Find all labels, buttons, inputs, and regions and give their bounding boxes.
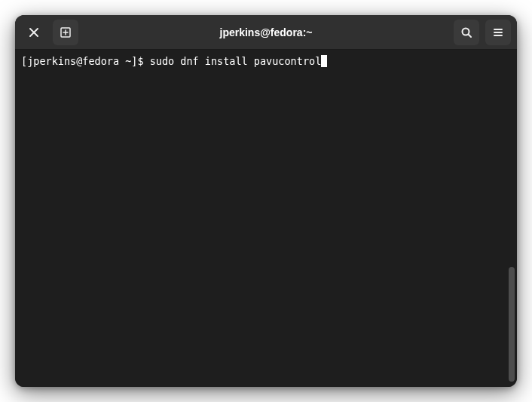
search-icon [460,26,472,38]
shell-prompt: [jperkins@fedora ~]$ [21,54,150,68]
scrollbar-thumb[interactable] [509,267,515,382]
titlebar-right-controls [454,20,511,45]
menu-button[interactable] [485,20,511,45]
terminal-line: [jperkins@fedora ~]$ sudo dnf install pa… [21,54,511,68]
scrollbar-track [507,50,515,385]
close-button[interactable] [21,20,47,45]
close-icon [28,26,40,38]
terminal-window: jperkins@fedora:~ [jperkins@fedora ~]$ s… [15,15,517,387]
new-tab-button[interactable] [53,20,78,45]
new-tab-icon [60,26,72,38]
svg-line-6 [469,34,472,37]
terminal-body[interactable]: [jperkins@fedora ~]$ sudo dnf install pa… [15,50,517,387]
cursor [321,55,327,67]
hamburger-menu-icon [492,26,504,38]
titlebar-left-controls [21,20,78,45]
shell-command: sudo dnf install pavucontrol [150,54,322,68]
titlebar: jperkins@fedora:~ [15,15,517,50]
window-title: jperkins@fedora:~ [220,26,313,38]
search-button[interactable] [454,20,479,45]
